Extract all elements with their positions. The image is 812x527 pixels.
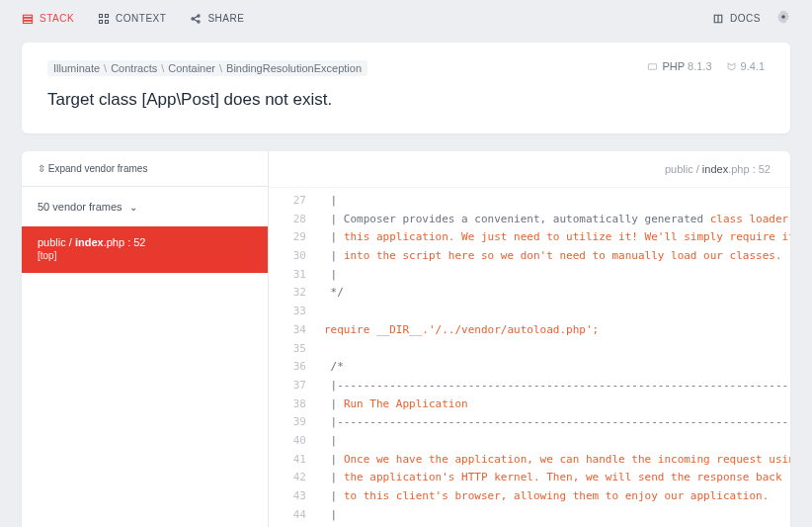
context-icon: [98, 13, 110, 25]
chevron-down-icon: ⌄: [129, 202, 137, 213]
vendor-frames-label: 50 vendor frames: [38, 201, 122, 213]
vendor-frames-toggle[interactable]: 50 vendor frames ⌄: [22, 187, 268, 226]
code-line: 42 | the application's HTTP kernel. Then…: [269, 469, 790, 487]
settings-button[interactable]: [776, 10, 790, 27]
code-line: 36 /*: [269, 358, 790, 377]
exception-message: Target class [App\Post] does not exist.: [47, 90, 765, 110]
code-line: 44 |: [269, 506, 790, 525]
active-stack-frame[interactable]: public / index.php : 52 [top]: [22, 226, 268, 273]
laravel-icon: [726, 61, 737, 72]
code-line: 34require __DIR__.'/../vendor/autoload.p…: [269, 321, 790, 340]
php-icon: [647, 61, 658, 72]
expand-icon: ⇳: [38, 163, 48, 174]
book-icon: [712, 13, 724, 25]
gear-icon: [776, 10, 790, 24]
tab-share[interactable]: SHARE: [190, 13, 244, 25]
svg-rect-2: [24, 21, 33, 23]
code-line: 38 | Run The Application: [269, 395, 790, 414]
code-line: 30 | into the script here so we don't ne…: [269, 247, 790, 266]
docs-link[interactable]: DOCS: [712, 13, 761, 25]
main-panel: ⇳ Expand vendor frames 50 vendor frames …: [22, 151, 790, 527]
stack-sidebar: ⇳ Expand vendor frames 50 vendor frames …: [22, 151, 269, 527]
topbar: STACK CONTEXT SHARE DOCS: [0, 0, 812, 37]
code-line: 39 |------------------------------------…: [269, 413, 790, 432]
code-line: 33: [269, 303, 790, 321]
code-pane: public / index.php : 52 27 | 28 | Compos…: [269, 151, 790, 527]
share-icon: [190, 13, 202, 25]
tab-stack[interactable]: STACK: [22, 13, 74, 25]
tab-context[interactable]: CONTEXT: [98, 13, 166, 25]
code-line: 28 | Composer provides a convenient, aut…: [269, 211, 790, 229]
docs-label: DOCS: [730, 13, 761, 24]
php-version: PHP 8.1.3: [647, 60, 711, 72]
active-frame-path: public / index.php : 52: [38, 236, 252, 248]
code-line: 35: [269, 340, 790, 359]
svg-rect-6: [649, 63, 657, 69]
code-file-header: public / index.php : 52: [269, 151, 790, 188]
code-line: 41 | Once we have the application, we ca…: [269, 451, 790, 470]
code-line: 40 |: [269, 432, 790, 451]
active-frame-fn: [top]: [38, 250, 252, 261]
expand-label: Expand vendor frames: [48, 163, 148, 174]
framework-version: 9.4.1: [726, 60, 765, 72]
svg-rect-1: [24, 18, 33, 20]
code-line: 27 |: [269, 192, 790, 211]
stack-icon: [22, 13, 34, 25]
code-line: 31 |: [269, 266, 790, 285]
expand-vendor-frames-button[interactable]: ⇳ Expand vendor frames: [22, 151, 268, 187]
tab-share-label: SHARE: [207, 13, 244, 24]
exception-class-breadcrumb: Illuminate \ Contracts \ Container \ Bin…: [47, 60, 367, 76]
version-meta: PHP 8.1.3 9.4.1: [647, 60, 765, 72]
exception-card: Illuminate \ Contracts \ Container \ Bin…: [22, 43, 790, 133]
tab-context-label: CONTEXT: [116, 13, 166, 24]
tab-stack-label: STACK: [40, 13, 74, 24]
code-line: 29 | this application. We just need to u…: [269, 228, 790, 247]
code-line: 43 | to this client's browser, allowing …: [269, 487, 790, 506]
code-body: 27 | 28 | Composer provides a convenient…: [269, 188, 790, 527]
code-line: 37 |------------------------------------…: [269, 377, 790, 395]
code-line: 32 */: [269, 284, 790, 303]
svg-rect-0: [24, 15, 33, 17]
